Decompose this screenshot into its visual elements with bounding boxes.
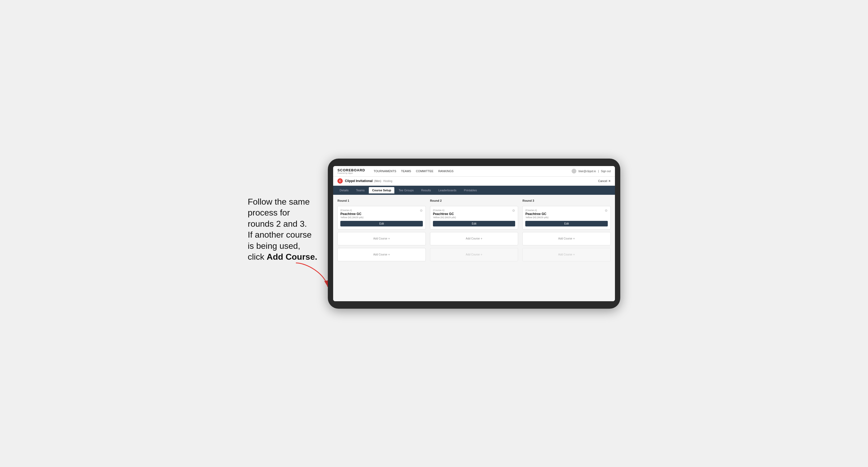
round-3-course-details: Yellow (M) (6629 yds) [525, 216, 608, 219]
round-1-course-card: ⊙ (Course A) Peachtree GC Yellow (M) (66… [337, 206, 426, 229]
round-1-course-details: Yellow (M) (6629 yds) [340, 216, 423, 219]
round-2-add-plus-1: + [480, 237, 483, 241]
round-2-add-course-text-1: Add Course [466, 237, 480, 240]
tab-printables[interactable]: Printables [461, 187, 480, 193]
tab-tee-groups[interactable]: Tee Groups [395, 187, 417, 193]
round-2-add-plus-2: + [480, 253, 483, 256]
round-2-label: Round 2 [430, 199, 518, 202]
round-1-edit-button[interactable]: Edit [340, 221, 423, 226]
round-2-add-course-text-2: Add Course [466, 253, 480, 256]
tab-results[interactable]: Results [418, 187, 434, 193]
round-1-delete-icon[interactable]: ⊙ [419, 208, 423, 213]
round-1-add-course-text-1: Add Course [373, 237, 388, 240]
logo-sub: Powered by clippd [337, 172, 365, 174]
round-1-add-course-text-2: Add Course [373, 253, 388, 256]
top-nav: SCOREBOARD Powered by clippd TOURNAMENTS… [333, 166, 615, 177]
user-email: blair@clippd.io [579, 170, 596, 173]
separator: | [598, 170, 599, 173]
nav-links: TOURNAMENTS TEAMS COMMITTEE RANKINGS [374, 168, 566, 174]
round-2-delete-icon[interactable]: ⊙ [512, 208, 516, 213]
round-1-course-tag: (Course A) [340, 209, 423, 212]
round-2-course-name: Peachtree GC [433, 212, 516, 216]
tab-bar: Details Teams Course Setup Tee Groups Re… [333, 186, 615, 195]
user-avatar [571, 169, 576, 174]
round-3-label: Round 3 [522, 199, 611, 202]
tab-teams[interactable]: Teams [353, 187, 368, 193]
tournament-tag: (Men) [374, 180, 381, 183]
nav-tournaments[interactable]: TOURNAMENTS [374, 168, 396, 174]
cancel-button[interactable]: Cancel ✕ [598, 179, 611, 183]
round-2-course-details: Yellow (M) (6629 yds) [433, 216, 516, 219]
round-3-course-tag: (Course A) [525, 209, 608, 212]
instruction-section: Follow the same process for rounds 2 and… [248, 196, 317, 271]
round-1-add-plus-1: + [388, 237, 390, 241]
rounds-grid: Round 1 ⊙ (Course A) Peachtree GC Yellow… [337, 199, 611, 261]
nav-committee[interactable]: COMMITTEE [416, 168, 433, 174]
tablet-screen: SCOREBOARD Powered by clippd TOURNAMENTS… [333, 166, 615, 301]
scoreboard-logo: SCOREBOARD Powered by clippd [337, 168, 365, 174]
round-1-add-course-1[interactable]: Add Course + [337, 232, 426, 245]
round-1-column: Round 1 ⊙ (Course A) Peachtree GC Yellow… [337, 199, 426, 261]
logo-title: SCOREBOARD [337, 168, 365, 172]
instruction-text: Follow the same process for rounds 2 and… [248, 196, 317, 271]
tournament-name: Clippd Invitational [345, 179, 373, 183]
page-wrapper: Follow the same process for rounds 2 and… [248, 159, 620, 309]
round-1-add-course-2[interactable]: Add Course + [337, 248, 426, 261]
nav-rankings[interactable]: RANKINGS [438, 168, 454, 174]
round-2-course-tag: (Course A) [433, 209, 516, 212]
tab-course-setup[interactable]: Course Setup [369, 187, 394, 193]
tournament-icon: C [337, 178, 343, 184]
main-content: Round 1 ⊙ (Course A) Peachtree GC Yellow… [333, 195, 615, 301]
add-course-bold: Add Course. [267, 252, 317, 261]
round-3-add-course-text-2: Add Course [558, 253, 572, 256]
round-3-add-plus-2: + [573, 253, 575, 256]
hosting-badge: Hosting [383, 180, 392, 183]
tablet-frame: SCOREBOARD Powered by clippd TOURNAMENTS… [328, 159, 620, 309]
cancel-x-icon: ✕ [608, 179, 611, 183]
round-3-add-course-text-1: Add Course [558, 237, 572, 240]
round-2-add-course-1[interactable]: Add Course + [430, 232, 518, 245]
round-1-course-name: Peachtree GC [340, 212, 423, 216]
round-3-course-card: ⊙ (Course A) Peachtree GC Yellow (M) (66… [522, 206, 611, 229]
round-2-edit-button[interactable]: Edit [433, 221, 516, 226]
round-1-add-plus-2: + [388, 253, 390, 256]
round-3-delete-icon[interactable]: ⊙ [604, 208, 608, 213]
round-3-add-course-1[interactable]: Add Course + [522, 232, 611, 245]
tab-leaderboards[interactable]: Leaderboards [435, 187, 460, 193]
round-2-add-course-2: Add Course + [430, 248, 518, 261]
round-2-column: Round 2 ⊙ (Course A) Peachtree GC Yellow… [430, 199, 518, 261]
nav-teams[interactable]: TEAMS [401, 168, 411, 174]
round-2-course-card: ⊙ (Course A) Peachtree GC Yellow (M) (66… [430, 206, 518, 229]
round-3-column: Round 3 ⊙ (Course A) Peachtree GC Yellow… [522, 199, 611, 261]
round-3-add-plus-1: + [573, 237, 575, 241]
round-3-course-name: Peachtree GC [525, 212, 608, 216]
sign-out-link[interactable]: Sign out [601, 170, 611, 173]
sub-header: C Clippd Invitational (Men) Hosting Canc… [333, 177, 615, 186]
round-3-add-course-2: Add Course + [522, 248, 611, 261]
tab-details[interactable]: Details [336, 187, 352, 193]
round-1-label: Round 1 [337, 199, 426, 202]
round-3-edit-button[interactable]: Edit [525, 221, 608, 226]
nav-user: blair@clippd.io | Sign out [571, 169, 611, 174]
